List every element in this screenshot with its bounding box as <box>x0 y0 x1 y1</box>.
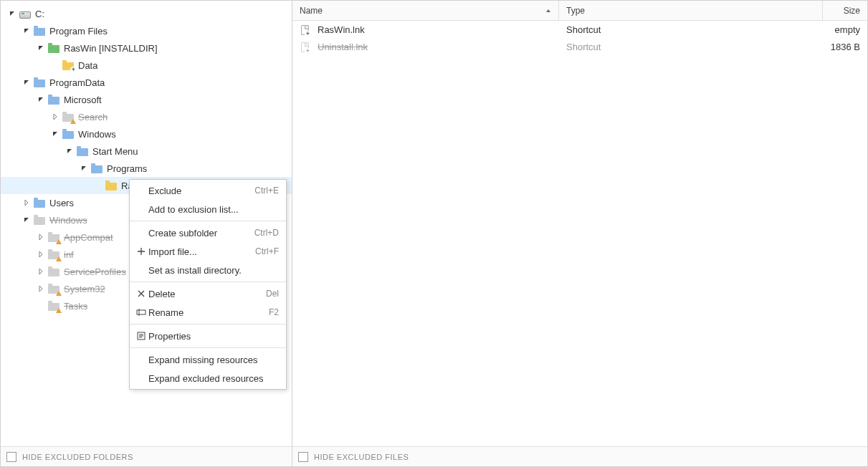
tree-node[interactable]: Program Files <box>1 22 292 39</box>
tree-node-label: AppCompat <box>64 232 113 243</box>
menu-item-label: Delete <box>148 289 266 299</box>
tree-node[interactable]: Microsoft <box>1 91 292 108</box>
expander-icon[interactable] <box>35 42 47 54</box>
menu-item-label: Exclude <box>148 186 254 196</box>
menu-item[interactable]: Add to exclusion list... <box>130 200 286 218</box>
menu-item[interactable]: Expand missing resources <box>130 350 286 369</box>
tree-node[interactable]: Data <box>1 57 292 74</box>
tree-node-label: Users <box>49 198 74 208</box>
menu-separator <box>130 324 286 324</box>
tree-node[interactable]: Search <box>1 108 292 125</box>
file-type: Shortcut <box>559 24 823 35</box>
context-menu[interactable]: ExcludeCtrl+EAdd to exclusion list...Cre… <box>129 179 287 390</box>
hide-excluded-folders-label: HIDE EXCLUDED FOLDERS <box>22 453 133 461</box>
menu-icon-blank <box>134 185 148 196</box>
column-size-label: Size <box>844 6 860 16</box>
expander-icon[interactable] <box>21 197 32 208</box>
menu-item-label: Create subfolder <box>148 228 254 239</box>
file-name: Uninstall.lnk <box>318 42 368 52</box>
x-icon <box>134 288 148 299</box>
tree-node[interactable]: RasWin [INSTALLDIR] <box>1 39 292 57</box>
menu-icon-blank <box>134 372 148 384</box>
expander-icon[interactable] <box>49 59 61 71</box>
folder-icon <box>48 97 59 105</box>
menu-item-label: Set as install directory. <box>148 265 279 276</box>
expander-icon[interactable] <box>35 249 47 260</box>
install-folder-icon <box>48 45 59 53</box>
rename-icon <box>134 307 148 318</box>
expander-icon[interactable] <box>49 111 61 122</box>
column-header-size[interactable]: Size <box>823 1 867 20</box>
menu-item[interactable]: Import file...Ctrl+F <box>130 242 286 261</box>
right-footer: HIDE EXCLUDED FILES <box>292 446 867 466</box>
file-row[interactable]: RasWin.lnkShortcutempty <box>292 21 867 38</box>
file-list-body[interactable]: RasWin.lnkShortcutemptyUninstall.lnkShor… <box>292 21 867 446</box>
file-name: RasWin.lnk <box>318 24 365 35</box>
folder-icon <box>34 80 45 87</box>
file-size: 1836 B <box>823 42 867 52</box>
expander-icon[interactable] <box>6 8 18 19</box>
expander-icon[interactable] <box>35 231 47 243</box>
menu-item[interactable]: DeleteDel <box>130 284 286 303</box>
expander-icon[interactable] <box>35 266 47 277</box>
tree-node[interactable]: Start Menu <box>1 143 292 160</box>
column-type-label: Type <box>566 6 585 16</box>
menu-item[interactable]: Expand excluded resources <box>130 369 286 387</box>
plus-icon <box>134 246 148 257</box>
expander-icon[interactable] <box>21 214 32 226</box>
folder-icon <box>62 131 74 139</box>
warning-folder-icon <box>62 114 74 122</box>
expander-icon[interactable] <box>35 300 47 312</box>
tree-node[interactable]: C: <box>1 5 292 22</box>
menu-item[interactable]: ExcludeCtrl+E <box>130 181 286 200</box>
expander-icon[interactable] <box>35 283 47 294</box>
hide-excluded-folders-checkbox[interactable] <box>6 452 16 462</box>
tree-node-label: inf <box>64 249 74 260</box>
menu-item-label: Add to exclusion list... <box>148 204 279 215</box>
tree-node-label: Programs <box>107 163 147 174</box>
menu-item-label: Rename <box>148 307 269 318</box>
tree-node-label: C: <box>35 9 44 19</box>
menu-item[interactable]: Create subfolderCtrl+D <box>130 223 286 242</box>
tree-node[interactable]: ProgramData <box>1 74 292 91</box>
expander-icon[interactable] <box>92 180 104 191</box>
tree-node-label: RasWin [INSTALLDIR] <box>64 43 158 54</box>
column-header-name[interactable]: Name <box>292 1 559 20</box>
new-folder-icon <box>62 62 74 70</box>
column-header-type[interactable]: Type <box>559 1 823 20</box>
left-footer: HIDE EXCLUDED FOLDERS <box>1 446 292 466</box>
tree-node[interactable]: Programs <box>1 160 292 177</box>
expander-icon[interactable] <box>78 163 90 174</box>
warning-folder-icon <box>48 303 59 311</box>
props-icon <box>134 330 148 342</box>
menu-item-label: Properties <box>148 331 279 342</box>
file-row[interactable]: Uninstall.lnkShortcut1836 B <box>292 38 867 55</box>
tree-node[interactable]: Windows <box>1 125 292 143</box>
menu-item[interactable]: Properties <box>130 327 286 345</box>
menu-item-label: Expand missing resources <box>148 355 279 365</box>
expander-icon[interactable] <box>64 145 75 157</box>
tree-node-label: ServiceProfiles <box>64 266 126 277</box>
expander-icon[interactable] <box>21 25 32 37</box>
hide-excluded-files-checkbox[interactable] <box>298 452 308 462</box>
warning-folder-icon <box>48 234 59 242</box>
menu-item[interactable]: Set as install directory. <box>130 261 286 279</box>
folder-icon <box>105 183 117 191</box>
column-name-label: Name <box>300 6 323 16</box>
warning-folder-icon <box>48 251 59 259</box>
menu-icon-blank <box>134 203 148 215</box>
tree-node-label: Windows <box>49 215 87 226</box>
menu-item-shortcut: Ctrl+E <box>254 186 279 196</box>
menu-item-label: Import file... <box>148 246 255 257</box>
tree-node-label: System32 <box>64 284 105 294</box>
menu-item-shortcut: Ctrl+F <box>255 246 279 256</box>
menu-item[interactable]: RenameF2 <box>130 303 286 322</box>
tree-node-label: Program Files <box>49 26 108 37</box>
folder-icon <box>34 28 45 36</box>
tree-node-label: Start Menu <box>92 146 138 157</box>
expander-icon[interactable] <box>49 128 61 140</box>
folder-icon <box>91 165 102 173</box>
expander-icon[interactable] <box>21 77 32 88</box>
excluded-folder-icon <box>34 217 45 225</box>
expander-icon[interactable] <box>35 94 47 105</box>
